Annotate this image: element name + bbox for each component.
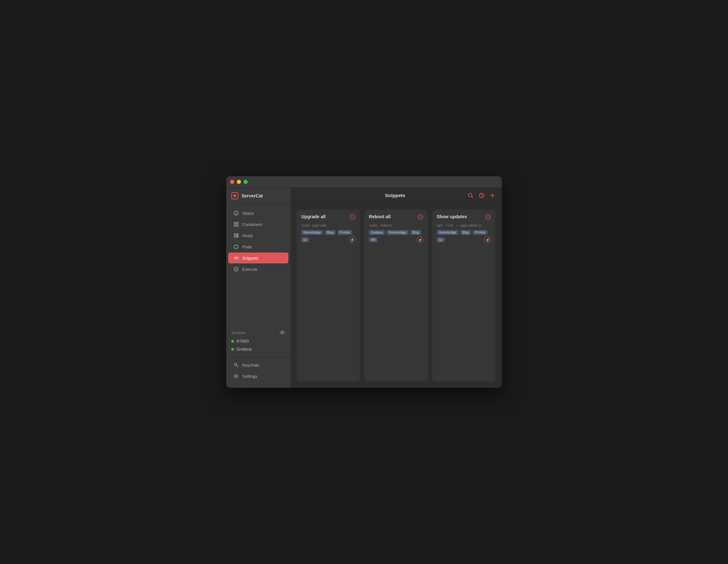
sessions-title: Sessions — [231, 331, 246, 335]
svg-point-9 — [237, 234, 238, 235]
sidebar-item-settings[interactable]: Settings — [228, 371, 288, 382]
sidebar-item-label: Keychain — [242, 363, 259, 368]
traffic-lights — [230, 180, 248, 184]
tag[interactable]: Blog — [460, 230, 471, 235]
tag[interactable]: Gr — [437, 237, 445, 242]
lightning-icon: ⚡ — [486, 238, 490, 242]
add-button[interactable] — [490, 193, 495, 198]
sidebar-item-label: Containers — [242, 222, 262, 227]
svg-point-18 — [468, 193, 472, 197]
snippet-card-upgrade-all: Upgrade all sudo upgrade Homebri — [297, 210, 360, 381]
snippet-card-header: Upgrade all — [301, 214, 355, 221]
containers-icon — [233, 221, 239, 227]
sidebar-item-label: Pods — [242, 245, 252, 249]
tag[interactable]: Homebridge — [386, 230, 408, 235]
lightning-icon: ⚡ — [350, 238, 354, 242]
tag[interactable]: R8 — [369, 237, 377, 242]
minimize-button[interactable] — [237, 180, 241, 184]
tag[interactable]: Homebridge — [301, 230, 323, 235]
run-snippet-button[interactable]: ⚡ — [349, 236, 355, 243]
sidebar: ServerCat Status — [226, 188, 290, 388]
svg-point-2 — [236, 214, 236, 214]
sidebar-item-pods[interactable]: Pods — [228, 241, 288, 252]
snippets-grid: Upgrade all sudo upgrade Homebri — [290, 203, 502, 388]
sessions-section: Sessions 2 R7800 Grafana — [226, 328, 290, 356]
sessions-header: Sessions 2 — [231, 330, 285, 335]
svg-point-14 — [235, 363, 237, 366]
header-actions — [468, 193, 495, 198]
svg-point-26 — [353, 217, 354, 217]
session-name: R7800 — [236, 339, 249, 344]
svg-point-30 — [421, 217, 422, 217]
sidebar-item-label: Snippets — [242, 256, 259, 261]
sidebar-bottom: Keychain Settings — [226, 357, 290, 384]
main-content: Snippets — [290, 188, 502, 388]
snippet-tags: Homebridge Blog Pi-Hole Gr ⚡ — [301, 230, 355, 243]
tag[interactable]: Blog — [325, 230, 335, 235]
snippet-title: Reboot all — [369, 214, 391, 219]
execute-icon — [233, 266, 239, 272]
svg-point-17 — [236, 376, 237, 377]
snippet-card-header: Reboot all — [369, 214, 423, 221]
tag[interactable]: Gr — [301, 237, 309, 242]
svg-line-11 — [236, 256, 237, 260]
sidebar-item-label: Hosts — [242, 233, 253, 238]
snippet-tags: Grafana Homebridge Blog R8 ⚡ — [369, 230, 423, 243]
status-icon — [233, 210, 239, 216]
sidebar-nav: Status Containers — [226, 204, 290, 328]
sidebar-item-execute[interactable]: Execute — [228, 264, 288, 275]
page-title: Snippets — [322, 193, 468, 198]
session-online-dot — [231, 340, 234, 343]
svg-point-25 — [352, 217, 353, 217]
lightning-icon: ⚡ — [418, 238, 422, 242]
app-name: ServerCat — [242, 193, 263, 198]
pods-icon — [233, 244, 239, 250]
session-name: Grafana — [236, 347, 252, 352]
svg-point-34 — [489, 217, 489, 217]
snippet-menu-button[interactable] — [485, 214, 491, 221]
tag[interactable]: Blog — [410, 230, 421, 235]
session-item-r7800[interactable]: R7800 — [231, 337, 285, 345]
tag[interactable]: Pi-Hole — [473, 230, 488, 235]
snippet-menu-button[interactable] — [418, 214, 423, 221]
run-snippet-button[interactable]: ⚡ — [484, 236, 491, 243]
sidebar-item-hosts[interactable]: Hosts — [228, 230, 288, 241]
logo-inner — [234, 195, 236, 197]
tag[interactable]: Homebridge — [437, 230, 459, 235]
settings-icon — [233, 373, 239, 379]
svg-point-24 — [351, 217, 352, 217]
sessions-count: 2 — [279, 330, 285, 335]
app-window: ServerCat Status — [226, 176, 502, 388]
snippet-title: Upgrade all — [301, 214, 326, 219]
sidebar-item-containers[interactable]: Containers — [228, 219, 288, 230]
sidebar-item-label: Settings — [242, 374, 257, 379]
snippet-command: sudo upgrade — [301, 223, 355, 228]
session-item-grafana[interactable]: Grafana — [231, 345, 285, 353]
snippet-tags: Homebridge Blog Pi-Hole Gr ⚡ — [437, 230, 491, 243]
history-button[interactable] — [479, 193, 484, 198]
svg-marker-13 — [236, 269, 237, 270]
svg-point-32 — [487, 217, 487, 217]
tag[interactable]: Grafana — [369, 230, 385, 235]
app-logo — [231, 192, 238, 199]
sidebar-item-status[interactable]: Status — [228, 208, 288, 219]
snippet-menu-button[interactable] — [350, 214, 355, 221]
svg-point-10 — [237, 236, 238, 237]
svg-rect-3 — [234, 222, 236, 224]
svg-rect-4 — [237, 222, 238, 224]
run-snippet-button[interactable]: ⚡ — [417, 236, 423, 243]
snippet-title: Show updates — [437, 214, 467, 219]
main-header: Snippets — [290, 188, 502, 203]
hosts-icon — [233, 233, 239, 238]
sidebar-item-label: Status — [242, 211, 254, 216]
maximize-button[interactable] — [244, 180, 248, 184]
sidebar-item-snippets[interactable]: Snippets — [228, 253, 288, 263]
close-button[interactable] — [230, 180, 234, 184]
search-button[interactable] — [468, 193, 474, 198]
sidebar-item-keychain[interactable]: Keychain — [228, 360, 288, 370]
snippet-card-header: Show updates — [437, 214, 491, 221]
tag[interactable]: Pi-Hole — [337, 230, 352, 235]
svg-rect-5 — [234, 225, 236, 227]
svg-rect-6 — [237, 225, 238, 227]
sidebar-item-label: Execute — [242, 267, 257, 272]
